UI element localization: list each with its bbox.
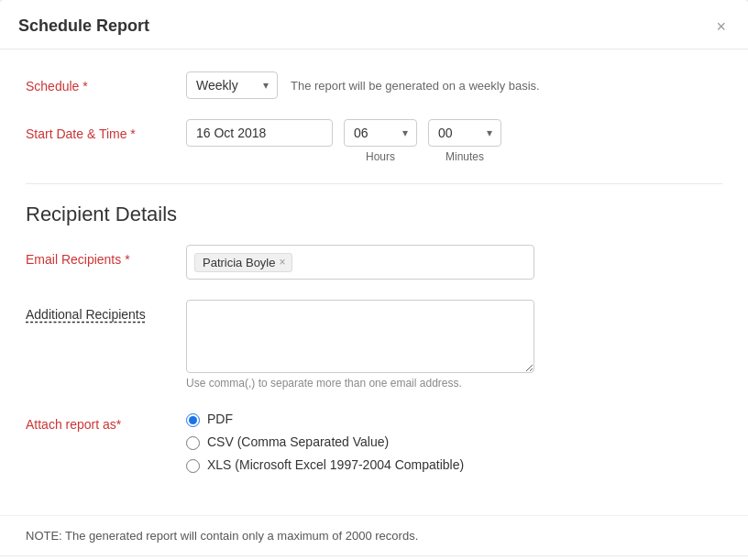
email-recipients-box[interactable]: Patricia Boyle ×: [186, 245, 534, 280]
additional-recipients-row: Additional Recipients Use comma(,) to se…: [26, 300, 722, 390]
attach-xls-label: XLS (Microsoft Excel 1997-2004 Compatibl…: [207, 457, 464, 472]
additional-recipients-input[interactable]: [186, 300, 534, 373]
section-divider: [26, 183, 722, 184]
modal-footer: Save Cancel: [0, 555, 748, 560]
attach-pdf-label: PDF: [207, 412, 233, 426]
attach-report-row: Attach report as* PDF CSV (Comma Separat…: [26, 410, 722, 473]
hours-select-wrapper: 00010203 04050607 08091011 12131415 1617…: [344, 119, 417, 147]
start-date-time-row: Start Date & Time * 00010203 04050607 08…: [26, 119, 722, 163]
modal-header: Schedule Report ×: [0, 0, 748, 49]
attach-report-controls: PDF CSV (Comma Separated Value) XLS (Mic…: [186, 410, 722, 473]
hours-label: Hours: [366, 150, 395, 163]
minutes-label: Minutes: [446, 150, 484, 163]
attach-csv-radio[interactable]: [186, 436, 200, 450]
start-date-time-controls: 00010203 04050607 08091011 12131415 1617…: [186, 119, 722, 163]
time-group: 00010203 04050607 08091011 12131415 1617…: [344, 119, 501, 163]
minutes-field: 00051015 20253035 40455055 Minutes: [428, 119, 501, 163]
email-recipients-label: Email Recipients *: [26, 245, 186, 267]
attach-report-label: Attach report as*: [26, 410, 186, 432]
start-date-time-label: Start Date & Time *: [26, 119, 186, 141]
schedule-report-modal: Schedule Report × Schedule * Weekly Dail…: [0, 0, 748, 560]
schedule-label: Schedule *: [26, 71, 186, 93]
modal-title: Schedule Report: [18, 16, 149, 36]
additional-recipients-controls: Use comma(,) to separate more than one e…: [186, 300, 722, 390]
additional-recipients-area: Use comma(,) to separate more than one e…: [186, 300, 534, 390]
note-text: NOTE: The generated report will contain …: [0, 515, 748, 555]
date-input[interactable]: [186, 119, 333, 147]
close-button[interactable]: ×: [712, 18, 730, 35]
recipient-tag-remove[interactable]: ×: [279, 257, 285, 268]
attach-xls-option[interactable]: XLS (Microsoft Excel 1997-2004 Compatibl…: [186, 457, 464, 473]
email-recipients-row: Email Recipients * Patricia Boyle ×: [26, 245, 722, 280]
attach-pdf-radio[interactable]: [186, 413, 200, 427]
attach-options: PDF CSV (Comma Separated Value) XLS (Mic…: [186, 410, 464, 473]
schedule-select-wrapper: Weekly Daily Monthly: [186, 71, 278, 99]
attach-csv-label: CSV (Comma Separated Value): [207, 434, 389, 449]
additional-recipients-hint: Use comma(,) to separate more than one e…: [186, 377, 534, 390]
hours-field: 00010203 04050607 08091011 12131415 1617…: [344, 119, 417, 163]
schedule-description: The report will be generated on a weekly…: [291, 71, 540, 93]
email-recipients-controls: Patricia Boyle ×: [186, 245, 722, 280]
additional-recipients-label: Additional Recipients: [26, 300, 186, 322]
minutes-select[interactable]: 00051015 20253035 40455055: [428, 119, 501, 147]
schedule-row: Schedule * Weekly Daily Monthly The repo…: [26, 71, 722, 99]
modal-body: Schedule * Weekly Daily Monthly The repo…: [0, 49, 748, 515]
recipient-details-heading: Recipient Details: [26, 203, 722, 226]
minutes-select-wrapper: 00051015 20253035 40455055: [428, 119, 501, 147]
attach-csv-option[interactable]: CSV (Comma Separated Value): [186, 434, 464, 450]
schedule-select[interactable]: Weekly Daily Monthly: [186, 71, 278, 99]
attach-xls-radio[interactable]: [186, 459, 200, 473]
attach-pdf-option[interactable]: PDF: [186, 412, 464, 427]
recipient-tag: Patricia Boyle ×: [194, 253, 292, 272]
recipient-tag-name: Patricia Boyle: [203, 256, 275, 269]
schedule-controls: Weekly Daily Monthly The report will be …: [186, 71, 722, 99]
hours-select[interactable]: 00010203 04050607 08091011 12131415 1617…: [344, 119, 417, 147]
